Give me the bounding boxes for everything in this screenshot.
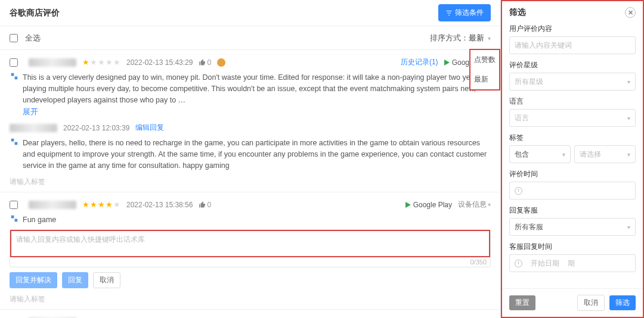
filter-label-stars: 评价星级	[509, 60, 636, 70]
edit-reply-link[interactable]: 编辑回复	[135, 123, 164, 133]
reviewer-name	[29, 201, 76, 209]
select-all[interactable]: 全选	[10, 33, 41, 43]
open-filter-button[interactable]: 筛选条件	[438, 4, 491, 21]
filter-label-time: 评价时间	[509, 169, 636, 179]
expand-link[interactable]: 展开	[23, 107, 491, 118]
like-count: 0	[199, 201, 211, 209]
tag-input[interactable]: 请输入标签	[10, 294, 491, 304]
close-icon[interactable]: ✕	[625, 7, 636, 18]
chevron-down-icon: ▾	[488, 35, 491, 42]
thumb-up-icon	[199, 59, 206, 66]
sort-option-latest[interactable]: 最新	[470, 70, 499, 89]
google-play-icon	[405, 202, 411, 208]
cancel-button[interactable]: 取消	[93, 272, 120, 288]
filter-icon	[445, 10, 453, 17]
chevron-down-icon: ▾	[627, 224, 630, 230]
filter-tag-value-select[interactable]: 请选择▾	[574, 145, 636, 163]
review-item: ★★★★★ 2022-02-13 15:43:29 0 历史记录(1) Goog…	[0, 50, 500, 192]
row-checkbox[interactable]	[10, 58, 18, 67]
coin-icon	[217, 58, 225, 67]
reset-button[interactable]: 重置	[509, 295, 535, 310]
chevron-down-icon: ▾	[488, 201, 491, 208]
reviewer-name	[29, 58, 76, 67]
reply-time: 2022-02-13 12:03:39	[63, 124, 129, 132]
translate-icon	[10, 214, 19, 223]
filter-panel: 筛选 ✕ 用户评价内容 评价星级 所有星级▾ 语言 语言▾ 标签 包含▾	[501, 0, 644, 318]
like-count: 0	[199, 58, 211, 67]
filter-agent-select[interactable]: 所有客服▾	[509, 218, 636, 236]
review-time: 2022-02-13 15:38:56	[126, 201, 193, 209]
sort-dropdown: 点赞数 最新	[469, 49, 500, 91]
reply-body: Dear players, hello, there is no need to…	[23, 138, 491, 171]
filter-content-input[interactable]	[509, 36, 636, 54]
thumb-up-icon	[199, 201, 206, 208]
panel-cancel-button[interactable]: 取消	[577, 295, 605, 311]
char-counter: 0/350	[10, 257, 490, 267]
chevron-down-icon: ▾	[562, 151, 565, 158]
filter-reply-time[interactable]: 开始日期 期	[509, 254, 636, 272]
chevron-down-icon: ▾	[627, 151, 630, 158]
review-item: ★★★★★ 2022-02-13 15:13:33 0 Google Play …	[0, 310, 500, 318]
review-time: 2022-02-13 15:43:29	[126, 58, 193, 67]
rating-stars: ★★★★★	[82, 58, 120, 67]
reply-button[interactable]: 回复	[62, 272, 88, 288]
filter-label-lang: 语言	[509, 96, 636, 107]
tag-input[interactable]: 请输入标签	[10, 177, 491, 187]
page-title: 谷歌商店评价	[10, 8, 60, 18]
filter-tag-mode-select[interactable]: 包含▾	[509, 145, 571, 163]
sort-option-likes[interactable]: 点赞数	[470, 50, 499, 70]
google-play-icon	[444, 60, 450, 66]
filter-label-content: 用户评价内容	[509, 24, 636, 34]
history-link[interactable]: 历史记录(1)	[401, 57, 438, 67]
source-google-play: Google Play	[405, 201, 452, 209]
device-info-toggle[interactable]: 设备信息▾	[458, 199, 491, 210]
clock-icon	[515, 260, 522, 267]
translate-icon	[10, 138, 19, 146]
review-body: Fun game	[23, 214, 56, 226]
sort-trigger[interactable]: 排序方式：最新 ▾ 点赞数 最新	[430, 33, 491, 43]
filter-label-tags: 标签	[509, 133, 636, 143]
filter-label-reply-time: 客服回复时间	[509, 242, 636, 252]
clock-icon	[515, 187, 522, 195]
review-body: This is a very cleverly designed pay to …	[23, 73, 483, 104]
translate-icon	[10, 72, 19, 80]
filter-label-agent: 回复客服	[509, 205, 636, 216]
reply-resolve-button[interactable]: 回复并解决	[10, 272, 57, 288]
select-all-checkbox[interactable]	[10, 34, 18, 42]
filter-lang-select[interactable]: 语言▾	[509, 109, 636, 127]
filter-review-time[interactable]	[509, 182, 636, 199]
panel-title: 筛选	[509, 7, 526, 18]
filter-stars-select[interactable]: 所有星级▾	[509, 73, 636, 91]
rating-stars: ★★★★★	[82, 200, 120, 209]
apply-filter-button[interactable]: 筛选	[609, 295, 636, 310]
row-checkbox[interactable]	[10, 201, 18, 209]
replier-name	[10, 124, 57, 132]
review-item: ★★★★★ 2022-02-13 15:38:56 0 Google Play …	[0, 192, 500, 310]
chevron-down-icon: ▾	[627, 79, 630, 85]
chevron-down-icon: ▾	[627, 115, 630, 121]
reply-textarea[interactable]: 请输入回复内容或输入快捷键呼出话术库	[10, 230, 490, 257]
